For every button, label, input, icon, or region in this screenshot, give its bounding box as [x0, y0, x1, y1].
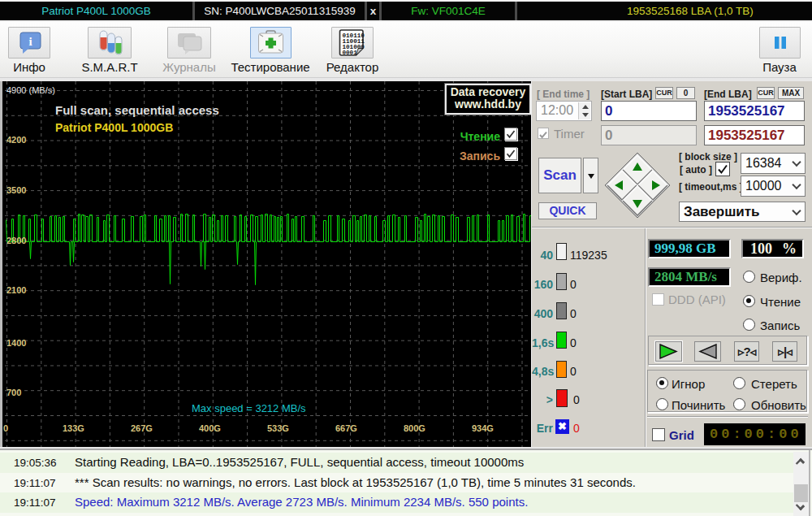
svg-text:0001: 0001	[343, 50, 358, 56]
svg-text:i: i	[28, 35, 32, 48]
